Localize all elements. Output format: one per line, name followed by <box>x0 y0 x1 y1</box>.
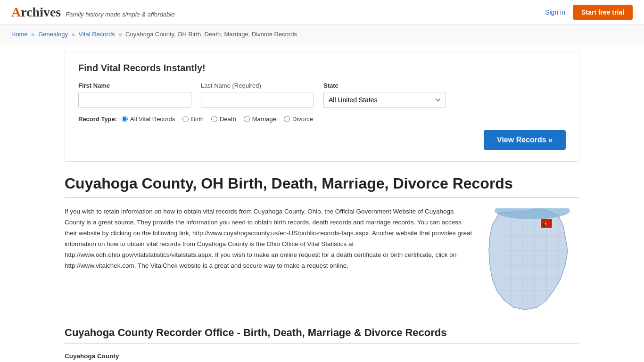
breadcrumb-sep-1: » <box>31 31 34 38</box>
last-name-input[interactable] <box>201 92 314 108</box>
search-title: Find Vital Records Instantly! <box>78 63 566 74</box>
view-records-btn-row: View Records » <box>78 130 566 150</box>
svg-point-14 <box>545 223 546 225</box>
radio-birth-label: Birth <box>191 115 204 123</box>
sign-in-link[interactable]: Sign in <box>545 8 565 16</box>
breadcrumb-home[interactable]: Home <box>11 31 28 38</box>
state-group: State All United StatesAlabamaAlaskaAriz… <box>323 82 446 108</box>
radio-marriage-label: Marriage <box>252 115 276 123</box>
form-row-inputs: First Name Last Name (Required) State Al… <box>78 82 566 108</box>
radio-marriage[interactable]: Marriage <box>244 115 276 123</box>
first-name-label: First Name <box>78 82 191 89</box>
breadcrumb: Home » Genealogy » Vital Records » Cuyah… <box>0 25 644 43</box>
view-records-button[interactable]: View Records » <box>484 130 566 150</box>
start-trial-button[interactable]: Start free trial <box>573 5 633 20</box>
radio-death-input[interactable] <box>211 116 217 122</box>
record-type-row: Record Type: All Vital Records Birth Dea… <box>78 115 566 123</box>
radio-marriage-input[interactable] <box>244 116 250 122</box>
ohio-map <box>485 208 579 313</box>
radio-all-vital[interactable]: All Vital Records <box>122 115 175 123</box>
record-type-label: Record Type: <box>78 115 117 123</box>
header-left: Archives Family history made simple & af… <box>11 5 174 20</box>
radio-all-input[interactable] <box>122 116 128 122</box>
first-name-input[interactable] <box>78 92 191 108</box>
breadcrumb-vital-records[interactable]: Vital Records <box>79 31 115 38</box>
recorder-title: Cuyahoga County Recorder Office - Birth,… <box>65 327 579 344</box>
recorder-section: Cuyahoga County Recorder Office - Birth,… <box>65 327 579 362</box>
breadcrumb-genealogy[interactable]: Genealogy <box>38 31 68 38</box>
radio-divorce-input[interactable] <box>284 116 290 122</box>
search-box: Find Vital Records Instantly! First Name… <box>65 51 579 162</box>
state-label: State <box>323 82 446 89</box>
page-title: Cuyahoga County, OH Birth, Death, Marria… <box>65 175 579 198</box>
radio-death-label: Death <box>220 115 236 123</box>
last-name-group: Last Name (Required) <box>201 82 314 108</box>
first-name-group: First Name <box>78 82 191 108</box>
main-content: Find Vital Records Instantly! First Name… <box>53 43 591 362</box>
header-right: Sign in Start free trial <box>545 5 633 20</box>
radio-birth[interactable]: Birth <box>182 115 204 123</box>
content-section: If you wish to retain information on how… <box>65 206 579 313</box>
last-name-label: Last Name (Required) <box>201 82 314 89</box>
radio-divorce-label: Divorce <box>292 115 313 123</box>
breadcrumb-sep-3: » <box>118 31 122 38</box>
radio-death[interactable]: Death <box>211 115 236 123</box>
breadcrumb-current: Cuyahoga County, OH Birth, Death, Marria… <box>125 31 297 38</box>
ohio-map-svg <box>485 208 579 312</box>
breadcrumb-sep-2: » <box>72 31 75 38</box>
content-text: If you wish to retain information on how… <box>65 206 474 313</box>
tagline: Family history made simple & affordable <box>66 11 174 18</box>
radio-all-label: All Vital Records <box>130 115 175 123</box>
county-name: Cuyahoga County <box>65 351 579 362</box>
header: Archives Family history made simple & af… <box>0 0 644 25</box>
state-select[interactable]: All United StatesAlabamaAlaskaArizonaArk… <box>323 92 446 108</box>
radio-birth-input[interactable] <box>182 116 189 122</box>
radio-group: All Vital Records Birth Death Marriage D… <box>122 115 313 123</box>
svg-marker-0 <box>489 208 568 310</box>
radio-divorce[interactable]: Divorce <box>284 115 313 123</box>
site-logo: Archives <box>11 5 61 20</box>
